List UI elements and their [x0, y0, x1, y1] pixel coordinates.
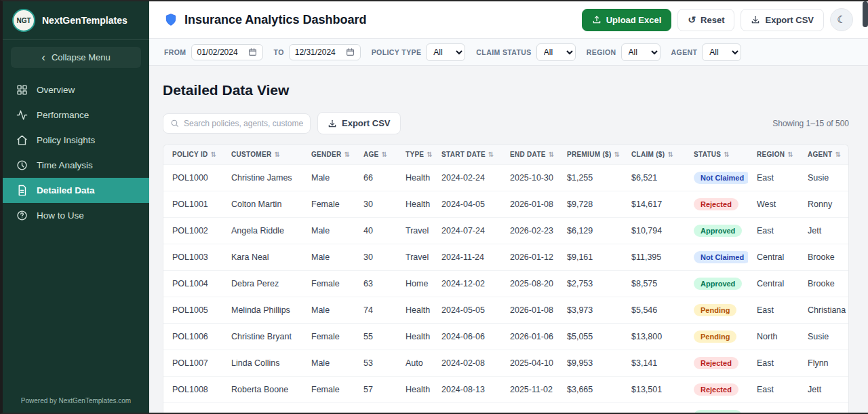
table-cell: Roberta Boone	[222, 377, 302, 403]
sidebar-item-detailed-data[interactable]: Detailed Data	[3, 178, 149, 203]
top-header: Insurance Analytics Dashboard Upload Exc…	[149, 1, 868, 39]
sidebar-item-overview[interactable]: Overview	[3, 77, 149, 102]
region-filter-select[interactable]: All	[621, 43, 660, 61]
filter-from: FROM01/02/2024	[164, 44, 263, 60]
table-cell: 2025-04-20	[501, 403, 558, 413]
sidebar-item-label: Time Analysis	[37, 160, 93, 170]
column-header-status[interactable]: STATUS⇅	[685, 145, 748, 165]
table-cell: Brooke	[799, 244, 848, 271]
column-header-policy-id[interactable]: POLICY ID⇅	[163, 145, 222, 165]
table-cell: East	[748, 218, 799, 244]
table-cell: 2024-11-17	[433, 403, 501, 413]
table-cell: $3,973	[558, 297, 623, 324]
table-cell: Travel	[397, 218, 433, 244]
column-header-gender[interactable]: GENDER⇅	[302, 145, 355, 165]
table-row: POL1006Christine BryantFemale55Health202…	[163, 324, 848, 350]
table-cell: $11,710	[623, 403, 685, 413]
table-cell: Male	[302, 218, 355, 244]
filter-to: TO12/31/2024	[274, 44, 361, 60]
table-cell: POL1001	[163, 191, 222, 218]
upload-icon	[592, 15, 601, 24]
sort-icon: ⇅	[614, 151, 620, 158]
table-cell: POL1009	[163, 403, 222, 413]
export-csv-table-button[interactable]: Export CSV	[317, 112, 401, 134]
sort-icon: ⇅	[787, 151, 793, 158]
chevron-left-icon: ‹	[41, 52, 45, 63]
table-cell: POL1002	[163, 218, 222, 244]
scrollbar-thumb[interactable]	[863, 1, 868, 27]
table-cell: Colton Martin	[222, 191, 302, 218]
table-cell: Central	[748, 271, 799, 297]
table-cell: Female	[302, 191, 355, 218]
table-cell: 2024-02-24	[433, 165, 501, 191]
table-cell: Female	[302, 324, 355, 350]
table-cell: $13,501	[623, 377, 685, 403]
table-cell: POL1008	[163, 377, 222, 403]
column-header-region[interactable]: REGION⇅	[748, 145, 799, 165]
claim-status-filter-select[interactable]: All	[536, 43, 576, 61]
to-date-input[interactable]: 12/31/2024	[289, 44, 361, 60]
sidebar-item-how-to-use[interactable]: How to Use	[3, 203, 149, 228]
filter-label: REGION	[587, 48, 616, 56]
filter-policy-type: POLICY TYPEAll	[372, 43, 466, 61]
table-cell: Health	[397, 191, 433, 218]
sidebar: NGT NextGenTemplates ‹ Collapse Menu Ove…	[3, 1, 149, 413]
table-cell: Nicholas Greene	[222, 403, 302, 413]
table-cell: 2026-01-08	[501, 297, 558, 324]
column-header-start-date[interactable]: START DATE⇅	[433, 145, 501, 165]
column-header-premium[interactable]: PREMIUM ($)⇅	[558, 145, 623, 165]
column-header-end-date[interactable]: END DATE⇅	[501, 145, 558, 165]
collapse-menu-label: Collapse Menu	[52, 52, 111, 62]
table-cell: East	[748, 297, 799, 324]
reset-button[interactable]: ↺ Reset	[677, 9, 734, 31]
search-input[interactable]	[184, 119, 303, 128]
table-cell: Debra Perez	[222, 271, 302, 297]
table-cell: $3,141	[623, 350, 685, 377]
policy-type-filter-select[interactable]: All	[426, 43, 465, 61]
table-cell: 2025-11-02	[501, 377, 558, 403]
upload-excel-button[interactable]: Upload Excel	[582, 9, 672, 31]
table-cell: Female	[302, 377, 355, 403]
table-cell: Female	[302, 271, 355, 297]
brand-logo-icon: NGT	[12, 9, 35, 32]
filter-label: CLAIM STATUS	[476, 48, 531, 56]
table-cell: Susie	[799, 324, 848, 350]
status-cell: Rejected	[685, 191, 748, 218]
from-date-input[interactable]: 01/02/2024	[191, 44, 263, 60]
table-cell: 2026-01-12	[501, 244, 558, 271]
collapse-menu-button[interactable]: ‹ Collapse Menu	[11, 47, 141, 68]
column-header-customer[interactable]: CUSTOMER⇅	[222, 145, 302, 165]
table-toolbar: Export CSV Showing 1–15 of 500	[163, 112, 849, 134]
table-cell: Home	[397, 271, 433, 297]
table-cell: $14,617	[623, 191, 685, 218]
sidebar-item-time-analysis[interactable]: Time Analysis	[3, 153, 149, 178]
brand-name: NextGenTemplates	[42, 15, 127, 26]
column-header-type[interactable]: TYPE⇅	[397, 145, 433, 165]
table-cell: Male	[302, 350, 355, 377]
table-cell: 2024-05-05	[433, 297, 501, 324]
sort-icon: ⇅	[427, 151, 433, 158]
table-cell: POL1005	[163, 297, 222, 324]
table-cell: $3,665	[558, 377, 623, 403]
dark-mode-toggle[interactable]: ☾	[830, 8, 853, 31]
scrollbar[interactable]	[863, 1, 868, 413]
column-header-age[interactable]: AGE⇅	[355, 145, 397, 165]
sidebar-item-performance[interactable]: Performance	[3, 102, 149, 128]
table-cell: $8,575	[623, 271, 685, 297]
sidebar-item-policy-insights[interactable]: Policy Insights	[3, 128, 149, 153]
table-cell: $9,953	[558, 350, 623, 377]
status-badge: Approved	[694, 278, 742, 290]
clock-icon	[16, 159, 28, 171]
status-cell: Pending	[685, 297, 748, 324]
table-cell: $9,728	[558, 191, 623, 218]
filter-agent: AGENTAll	[671, 43, 742, 61]
agent-filter-select[interactable]: All	[702, 43, 741, 61]
content-column: Insurance Analytics Dashboard Upload Exc…	[149, 1, 868, 413]
column-header-claim[interactable]: CLAIM ($)⇅	[623, 145, 685, 165]
sidebar-item-label: How to Use	[37, 210, 84, 221]
table-cell: $6,521	[623, 165, 685, 191]
table-cell: West	[748, 403, 799, 413]
column-header-agent[interactable]: AGENT⇅	[799, 145, 848, 165]
table-row: POL1003Kara NealMale30Travel2024-11-2420…	[163, 244, 848, 271]
export-csv-header-button[interactable]: Export CSV	[741, 9, 824, 31]
